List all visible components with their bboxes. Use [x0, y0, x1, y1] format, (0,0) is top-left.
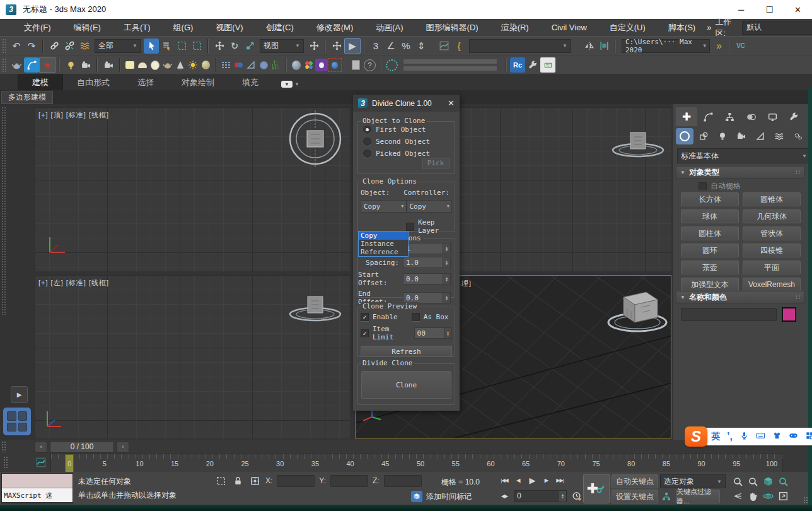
key-filters-button[interactable]: 关键点过滤器... [676, 490, 720, 503]
enable-checkbox[interactable]: ✓ [361, 313, 369, 321]
dome-light-icon[interactable] [136, 59, 149, 71]
trackbar-grip[interactable] [3, 456, 8, 469]
primitive-button-球体[interactable]: 球体 [681, 209, 739, 223]
timeslider-grip[interactable] [1, 441, 6, 452]
rc-icon[interactable]: Rc [510, 57, 525, 73]
ribbon-tab-填充[interactable]: 填充 [228, 75, 272, 90]
field-of-view-icon[interactable] [730, 488, 745, 503]
camera-tripod-icon[interactable] [101, 57, 116, 73]
maximize-viewport-icon[interactable] [775, 488, 791, 503]
tools-icon[interactable] [525, 57, 540, 73]
schematic-view-icon[interactable]: { [451, 38, 467, 54]
set-key-button[interactable]: 设置关键点 [612, 490, 658, 503]
radio-2[interactable] [363, 150, 371, 158]
previous-frame-button[interactable]: ◀| [512, 474, 525, 486]
tab-utilities[interactable] [783, 107, 804, 126]
snap-toggle-3d-icon[interactable]: 3 [368, 38, 383, 54]
mini-curve-editor-icon[interactable] [33, 456, 49, 469]
refresh-button[interactable]: Refresh [361, 346, 452, 357]
clipboard-icon[interactable] [349, 59, 362, 71]
menu-item-6[interactable]: 修改器(M) [305, 20, 365, 36]
scatter-icon[interactable] [219, 59, 232, 71]
pick-button[interactable]: Pick [422, 158, 450, 168]
menu-item-10[interactable]: Civil View [540, 20, 598, 35]
clone-button[interactable]: Clone [361, 371, 451, 399]
time-configuration-icon[interactable] [570, 490, 583, 502]
zoom-region-icon[interactable] [775, 474, 791, 489]
spinner-field-0[interactable]: 1 [403, 243, 451, 254]
viewport-top[interactable]: [+] [顶] [标准] [线框] [35, 107, 350, 271]
angle-snap-icon[interactable]: ∠ [383, 38, 398, 54]
select-manipulate-icon[interactable] [329, 38, 344, 54]
time-tag-cube-icon[interactable] [411, 491, 422, 502]
toolbar2-grip[interactable] [2, 58, 7, 72]
y-coordinate-field[interactable] [330, 475, 368, 487]
menu-item-11[interactable]: 自定义(U) [598, 20, 657, 36]
spinner-arrows-1[interactable] [443, 257, 450, 267]
category-helpers-icon[interactable] [751, 128, 769, 144]
undo-icon[interactable]: ↶ [9, 38, 24, 54]
primitive-button-平面[interactable]: 平面 [743, 261, 801, 274]
percent-snap-icon[interactable]: % [398, 38, 414, 54]
help-icon[interactable]: ? [364, 59, 376, 71]
category-systems-icon[interactable] [789, 128, 807, 144]
select-place-icon[interactable]: ▶ [344, 38, 361, 54]
z-coordinate-field[interactable] [384, 475, 422, 487]
named-selection-sets-dropdown[interactable] [469, 39, 571, 53]
primitive-button-加强型文本[interactable]: 加强型文本 [681, 278, 739, 291]
pan-hand-icon[interactable] [745, 488, 760, 503]
max-logo-icon[interactable]: 3 [6, 4, 16, 15]
primitive-button-茶壶[interactable]: 茶壶 [681, 261, 739, 274]
category-cameras-icon[interactable] [733, 128, 750, 144]
ribbon-minimize-dropdown[interactable]: ▼▼ [281, 81, 299, 90]
toolbar-overflow-icon[interactable]: » [707, 23, 711, 32]
viewport-left-label[interactable]: [+] [左] [标准] [线框] [38, 278, 109, 288]
civil-view-icon[interactable]: VC [733, 38, 748, 54]
ribbon-tab-选择[interactable]: 选择 [124, 75, 168, 90]
selection-set-dropdown[interactable]: 选定对象 [660, 474, 726, 488]
key-mode-toggle-icon[interactable]: ◀▶ [498, 490, 511, 502]
zoom-icon[interactable] [730, 474, 745, 489]
item-limit-field[interactable]: 00 [414, 327, 452, 339]
item-limit-checkbox[interactable]: ✓ [361, 329, 369, 338]
dots-circle-icon[interactable] [385, 59, 398, 71]
align-icon[interactable] [596, 38, 612, 54]
derrick-icon[interactable] [245, 59, 257, 71]
dialog-title-bar[interactable]: 3 Divide Clone 1.00 ✕ [353, 95, 460, 112]
select-link-icon[interactable] [47, 38, 62, 54]
rollout-object-type[interactable]: ▼ 对象类型 ∷ [676, 166, 804, 179]
autogrid-checkbox-row[interactable]: 自动栅格 [699, 181, 741, 192]
curve-editor-icon[interactable] [436, 38, 451, 54]
primitive-button-管状体[interactable]: 管状体 [743, 226, 801, 240]
dialog-close-icon[interactable]: ✕ [448, 98, 455, 108]
scene-object-front[interactable] [610, 125, 666, 163]
item-limit-spinner[interactable] [444, 328, 451, 338]
workspace-dropdown[interactable]: 默认 [742, 21, 812, 35]
select-object-icon[interactable] [144, 38, 159, 54]
primitive-button-四棱锥[interactable]: 四棱锥 [743, 244, 801, 257]
cone-icon[interactable] [174, 59, 187, 71]
auto-key-button[interactable]: 自动关键点 [612, 474, 658, 488]
orbit-icon[interactable] [760, 488, 775, 503]
sogou-punctuation-toggle[interactable]: ’, [727, 431, 733, 442]
radio-row-0[interactable]: First Object [363, 126, 455, 134]
select-rotate-icon[interactable]: ↻ [227, 38, 242, 54]
rectangular-selection-icon[interactable] [174, 38, 189, 54]
sogou-keyboard-icon[interactable] [756, 431, 765, 443]
tab-display[interactable] [762, 107, 783, 126]
proxy-object-icon[interactable] [328, 58, 342, 72]
go-to-end-button[interactable]: ▶▶| [554, 474, 566, 486]
dropdown-item-Reference[interactable]: Reference [359, 248, 408, 256]
primitive-button-圆柱体[interactable]: 圆柱体 [681, 226, 739, 240]
add-time-tag[interactable]: 添加时间标记 [426, 491, 472, 502]
rect-light-icon[interactable] [124, 59, 136, 71]
disc-light-icon[interactable] [149, 59, 161, 71]
sogou-toolbox-icon[interactable] [805, 431, 812, 443]
sogou-mic-icon[interactable] [740, 431, 749, 443]
primitive-button-VoxelRemesh[interactable]: VoxelRemesh [743, 278, 801, 291]
as-box-checkbox[interactable] [412, 313, 420, 321]
set-keys-button[interactable]: ✚ [583, 474, 610, 503]
object-clone-dropdown[interactable]: Copy [361, 200, 407, 213]
menu-item-0[interactable]: 文件(F) [13, 20, 62, 36]
category-shapes-icon[interactable] [695, 128, 712, 144]
